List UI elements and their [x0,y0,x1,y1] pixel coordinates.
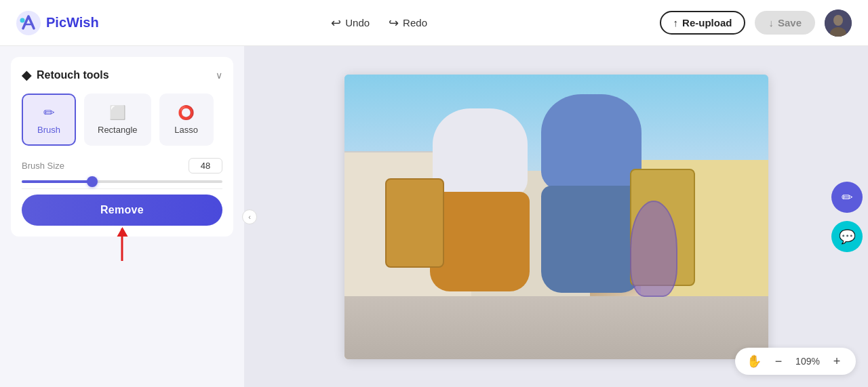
undo-button[interactable]: ↩ Undo [331,16,370,30]
zoom-controls: ✋ − 109% + [735,348,856,375]
redo-button[interactable]: ↪ Redo [389,16,427,30]
save-icon: ↓ [768,17,774,28]
brush-icon: ✏ [43,104,55,121]
image-container [344,75,768,359]
svg-point-1 [20,18,25,22]
brush-size-label: Brush Size [22,161,64,171]
panel-title: ◆ Retouch tools [22,68,109,83]
chat-float-button[interactable]: 💬 [831,221,863,252]
logo-text: PicWish [46,15,99,30]
retouch-panel: ◆ Retouch tools ∨ ✏ Brush ⬜ Rectangle ⭕ … [11,57,233,237]
remove-button-wrap: Remove [22,195,222,226]
lasso-icon: ⭕ [178,104,195,121]
panel-title-text: Retouch tools [37,69,109,81]
canvas-area[interactable]: ✋ − 109% + ✏ 💬 [244,46,868,387]
brush-size-slider[interactable] [22,180,222,183]
save-label: Save [778,17,802,28]
hand-tool-button[interactable]: ✋ [746,353,762,369]
right-float-buttons: ✏ 💬 [831,182,868,252]
svg-point-0 [16,11,41,35]
slider-fill [22,180,92,183]
rectangle-tool-button[interactable]: ⬜ Rectangle [84,94,151,146]
slider-thumb[interactable] [87,176,98,187]
header: PicWish ↩ Undo ↪ Redo ↑ Re-upload ↓ Save [0,0,868,46]
zoom-percent: 109% [795,356,821,367]
reupload-label: Re-upload [682,17,732,28]
w2-bag2 [630,201,677,297]
svg-point-3 [833,15,843,26]
arrow-head [117,227,127,237]
brush-size-input[interactable] [189,158,222,174]
logo: PicWish [16,11,99,35]
tool-buttons: ✏ Brush ⬜ Rectangle ⭕ Lasso [22,94,222,146]
header-center: ↩ Undo ↪ Redo [331,16,427,30]
brush-tool-button[interactable]: ✏ Brush [22,94,76,146]
avatar-image [825,9,852,37]
undo-icon: ↩ [331,16,341,30]
brush-size-row: Brush Size [22,158,222,174]
sidebar: ◆ Retouch tools ∨ ✏ Brush ⬜ Rectangle ⭕ … [0,46,244,387]
zoom-in-icon: + [833,354,841,369]
w1-bag [385,178,445,268]
rectangle-label: Rectangle [98,125,138,135]
retouch-icon: ◆ [22,68,31,83]
zoom-out-button[interactable]: − [770,353,787,369]
redo-icon: ↪ [389,16,399,30]
w2-top [541,94,642,190]
logo-icon [16,11,41,35]
edit-icon: ✏ [842,189,853,205]
main-content: ◆ Retouch tools ∨ ✏ Brush ⬜ Rectangle ⭕ … [0,46,868,387]
edit-float-button[interactable]: ✏ [831,182,863,213]
header-right: ↑ Re-upload ↓ Save [660,9,852,37]
zoom-out-icon: − [775,354,783,369]
panel-header: ◆ Retouch tools ∨ [22,68,222,83]
redo-label: Redo [403,17,427,28]
hand-icon: ✋ [747,354,762,369]
reupload-button[interactable]: ↑ Re-upload [660,11,746,35]
red-arrow [121,228,123,261]
undo-label: Undo [345,17,370,28]
lasso-tool-button[interactable]: ⭕ Lasso [159,94,214,146]
collapse-icon: ‹ [248,213,251,221]
slider-track [22,180,222,183]
remove-label: Remove [100,204,144,216]
main-image [344,75,768,359]
w1-pants [430,192,530,291]
img-woman1 [420,108,539,308]
lasso-label: Lasso [174,125,198,135]
reupload-icon: ↑ [673,17,679,28]
avatar[interactable] [825,9,852,37]
remove-button[interactable]: Remove [22,195,222,226]
img-woman2 [535,94,654,308]
zoom-in-button[interactable]: + [829,353,845,369]
rectangle-icon: ⬜ [109,104,126,121]
chevron-down-icon[interactable]: ∨ [216,70,222,81]
brush-label: Brush [37,125,60,135]
divider [22,188,222,189]
chat-icon: 💬 [839,228,856,245]
sidebar-collapse-handle[interactable]: ‹ [242,209,257,224]
w1-top [433,108,528,198]
save-button[interactable]: ↓ Save [755,11,815,35]
w2-jeans [541,186,642,293]
